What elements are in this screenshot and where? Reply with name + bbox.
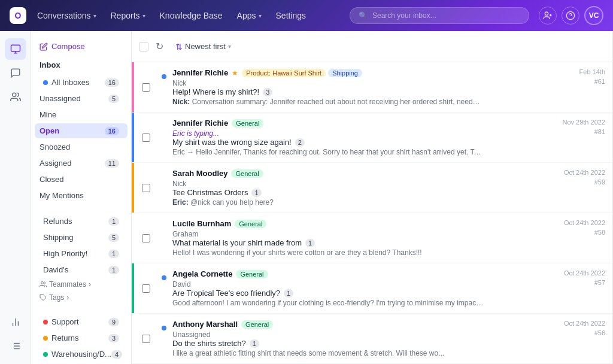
svg-point-0 — [545, 12, 548, 15]
conv-subject-row: Are Tropical Tee's eco friendly? 1 — [172, 289, 557, 298]
main-layout: Compose Inbox All Inboxes 16 Unassigned … — [0, 31, 613, 364]
row-checkbox[interactable] — [142, 234, 150, 242]
conv-tags: General — [235, 220, 266, 228]
contact-icon-btn[interactable] — [5, 86, 26, 108]
conversation-row[interactable]: Jennifer Richie General Eric is typing..… — [132, 113, 612, 163]
svg-point-16 — [41, 282, 44, 284]
sidebar-item-assigned[interactable]: Assigned 11 — [35, 156, 128, 171]
sidebar-item-warehousing[interactable]: Warehousing/D... 4 — [35, 347, 128, 362]
conv-agent: Graham — [172, 230, 557, 238]
agent-typing: Eric is typing... — [172, 129, 555, 138]
nav-reports[interactable]: Reports ▾ — [105, 7, 151, 24]
sidebar: Compose Inbox All Inboxes 16 Unassigned … — [31, 31, 132, 364]
sidebar-item-snoozed[interactable]: Snoozed — [35, 139, 128, 154]
conv-tags: General — [232, 119, 263, 128]
sidebar-item-support[interactable]: Support 9 — [35, 314, 128, 329]
nav-actions: VC — [539, 6, 603, 25]
conv-subject: Help! Where is my shirt?! — [172, 87, 259, 96]
conv-tags: General — [236, 270, 268, 278]
conv-toolbar: ↻ ⇅ Newest first ▾ — [132, 31, 612, 62]
conv-tag: Shipping — [328, 69, 362, 77]
reports-icon-btn[interactable] — [5, 311, 26, 333]
conv-date: Oct 24th 2022 — [564, 320, 605, 327]
status-dot — [43, 336, 48, 341]
unread-dot — [162, 74, 166, 79]
list-icon-btn[interactable] — [5, 335, 26, 357]
conv-count: 1 — [251, 189, 261, 197]
sidebar-item-returns[interactable]: Returns 3 — [35, 330, 128, 345]
conversation-row[interactable]: Anthony Marshall General Unassigned Do t… — [132, 314, 612, 364]
compose-button[interactable]: Compose — [31, 38, 131, 58]
user-avatar[interactable]: VC — [584, 6, 603, 25]
tags-section[interactable]: Tags › — [31, 291, 131, 304]
sidebar-item-my-mentions[interactable]: My Mentions — [35, 188, 128, 203]
conv-tag: General — [236, 270, 268, 278]
conv-meta: Oct 24th 2022 #56 — [562, 314, 612, 363]
sidebar-item-open[interactable]: Open 16 — [35, 123, 128, 138]
conv-tag: General — [241, 320, 273, 329]
nav-knowledge-base[interactable]: Knowledge Base — [154, 7, 229, 24]
conversation-row[interactable]: Lucile Burnham General Graham What mater… — [132, 213, 612, 263]
conv-agent: David — [172, 280, 557, 289]
svg-rect-5 — [11, 45, 20, 51]
conversation-list: ↻ ⇅ Newest first ▾ Jennifer Richie ★ Pro… — [132, 31, 613, 364]
conv-tag: Product: Hawaii Surf Shirt — [242, 69, 326, 77]
sidebar-item-high-priority[interactable]: High Priority! 1 — [35, 246, 128, 261]
conv-header: Jennifer Richie ★ Product: Hawaii Surf S… — [172, 68, 572, 77]
svg-point-6 — [12, 93, 16, 96]
select-all-checkbox[interactable] — [139, 42, 148, 51]
conv-meta: Oct 24th 2022 #57 — [562, 263, 612, 313]
sidebar-item-refunds[interactable]: Refunds 1 — [35, 214, 128, 229]
status-dot — [43, 80, 48, 85]
sidebar-item-shipping[interactable]: Shipping 5 — [35, 230, 128, 245]
conv-subject: Do the shirts stretch? — [172, 339, 246, 348]
teammates-section[interactable]: Teammates › — [31, 278, 131, 291]
row-checkbox-col — [134, 163, 158, 213]
conversation-row[interactable]: Angela Cornette General David Are Tropic… — [132, 263, 612, 314]
sidebar-item-davids[interactable]: David's 1 — [35, 262, 128, 277]
conv-meta: Feb 14th #61 — [577, 62, 612, 112]
row-checkbox[interactable] — [142, 184, 150, 192]
conv-meta: Oct 24th 2022 #59 — [562, 163, 612, 213]
chevron-right-icon: › — [89, 280, 91, 289]
conv-body: Anthony Marshall General Unassigned Do t… — [170, 314, 562, 363]
nav-conversations[interactable]: Conversations ▾ — [31, 7, 102, 24]
conv-preview: Hello! I was wondering if your shirts we… — [172, 248, 484, 257]
add-agent-button[interactable] — [539, 7, 557, 25]
sidebar-item-mine[interactable]: Mine — [35, 107, 128, 122]
conversation-row[interactable]: Jennifer Richie ★ Product: Hawaii Surf S… — [132, 62, 612, 113]
sidebar-item-all-inboxes[interactable]: All Inboxes 16 — [35, 75, 128, 90]
conv-subject: What material is your shirt made from — [172, 238, 302, 247]
conv-tags: General — [231, 169, 263, 178]
nav-apps[interactable]: Apps ▾ — [231, 7, 268, 24]
sort-button[interactable]: ⇅ Newest first ▾ — [171, 40, 236, 54]
nav-settings[interactable]: Settings — [270, 7, 312, 24]
sidebar-item-unassigned[interactable]: Unassigned 5 — [35, 91, 128, 106]
inbox-title: Inbox — [31, 58, 131, 74]
row-checkbox[interactable] — [142, 83, 150, 92]
conversation-row[interactable]: Sarah Moodley General Nick Tee Christmas… — [132, 163, 612, 213]
refresh-button[interactable]: ↻ — [153, 38, 166, 54]
conv-scroll-area[interactable]: Jennifer Richie ★ Product: Hawaii Surf S… — [132, 62, 612, 364]
search-bar[interactable]: 🔍 Search your inbox... — [350, 7, 529, 24]
sidebar-item-closed[interactable]: Closed — [35, 172, 128, 187]
help-button[interactable] — [562, 7, 579, 25]
top-navigation: O Conversations ▾ Reports ▾ Knowledge Ba… — [0, 0, 613, 31]
row-checkbox[interactable] — [142, 134, 150, 142]
conv-id: #81 — [594, 128, 605, 135]
unread-col — [158, 314, 170, 363]
conv-tag: General — [231, 169, 263, 178]
row-checkbox[interactable] — [142, 335, 150, 343]
conv-header: Anthony Marshall General — [172, 320, 557, 329]
chat-icon-btn[interactable] — [5, 62, 26, 84]
conv-id: #57 — [594, 279, 605, 286]
conv-name: Angela Cornette — [172, 269, 232, 278]
row-checkbox[interactable] — [142, 284, 150, 293]
inbox-icon-btn[interactable] — [5, 38, 26, 60]
conv-subject-row: My shirt was the wrong size again! 2 — [172, 138, 555, 147]
chevron-down-icon: ▾ — [93, 13, 96, 19]
conv-id: #59 — [594, 178, 605, 186]
conv-tag: General — [232, 119, 263, 128]
conv-body: Sarah Moodley General Nick Tee Christmas… — [170, 163, 562, 213]
unread-col — [158, 213, 170, 263]
